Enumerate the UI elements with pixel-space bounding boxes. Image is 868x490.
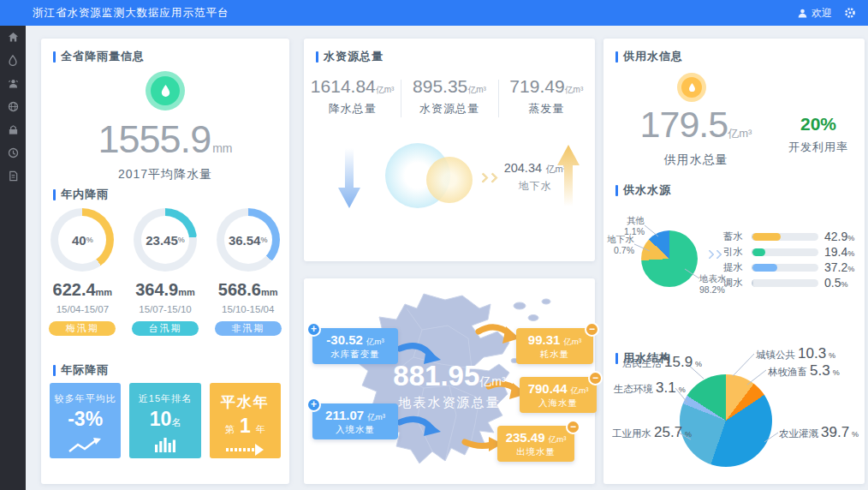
donut-percent-unit: % xyxy=(260,236,267,244)
interannual-box-unit: 年 xyxy=(256,424,265,434)
structure-pie-chart xyxy=(680,374,772,467)
sidebar-item-report[interactable] xyxy=(0,164,26,188)
resources-header-label: 水资源总量 xyxy=(324,49,383,64)
mini-bars-icon xyxy=(154,437,176,452)
section-accent-bar xyxy=(53,51,56,63)
gear-icon xyxy=(844,7,856,19)
badge-label: 耗水量 xyxy=(516,349,593,361)
sidebar-item-history[interactable] xyxy=(0,141,26,164)
donut-percent: 36.54 xyxy=(229,233,261,248)
donut-percent-unit: % xyxy=(178,236,185,244)
season-unit: mm xyxy=(261,287,278,297)
nav-sidebar xyxy=(0,26,26,490)
bar-row-diversion: 引水19.4% xyxy=(723,244,859,260)
sidebar-item-water[interactable] xyxy=(0,49,26,72)
settings-button[interactable] xyxy=(844,7,856,19)
water-drop-icon xyxy=(159,84,172,98)
stat-unit: 亿m³ xyxy=(467,85,486,94)
water-resources-card: 水资源总量 1614.84亿m³降水总量 895.35亿m³水资源总量 719.… xyxy=(304,39,595,261)
donut-percent-unit: % xyxy=(86,236,93,244)
bar-row-transfer: 调水0.5% xyxy=(723,275,859,290)
welcome-label: 欢迎 xyxy=(812,6,832,21)
sources-header: 供水水源 xyxy=(615,182,671,198)
badge-value: 235.49 xyxy=(506,430,545,445)
badge-unit: 亿m³ xyxy=(549,434,567,444)
utilization-label: 开发利用率 xyxy=(777,140,859,155)
annual-rain-header: 年内降雨 xyxy=(53,187,109,202)
season-value-row: 622.4mm15/04-15/07 364.9mm15/07-15/10 56… xyxy=(41,280,289,314)
groundwater-bubble xyxy=(426,157,473,203)
badge-label: 入境水量 xyxy=(312,424,398,436)
sidebar-item-reservoir[interactable] xyxy=(0,118,26,141)
section-accent-bar xyxy=(615,51,618,63)
stat-unit: 亿m³ xyxy=(565,85,584,94)
supply-total-label: 供用水总量 xyxy=(612,152,780,168)
supply-total-value: 179.5亿m³ xyxy=(612,104,780,146)
resources-section-header: 水资源总量 xyxy=(316,49,383,64)
interannual-box-prefix: 第 xyxy=(225,424,235,434)
avg-precip-value: 1555.9mm xyxy=(41,117,289,162)
donut-percent: 40 xyxy=(72,233,86,248)
season-tag-typhoon: 台汛期 xyxy=(132,321,199,336)
rainfall-card: 全省降雨量信息 1555.9mm 2017平均降水量 年内降雨 40% 23.4… xyxy=(41,39,289,484)
label-agriculture: 农业灌溉39.7% xyxy=(779,424,859,441)
badge-unit: 亿m³ xyxy=(571,385,589,395)
section-accent-bar xyxy=(615,185,618,196)
badge-value: 211.07 xyxy=(325,408,364,422)
interannual-box-label: 平水年 xyxy=(210,392,281,412)
water-drop-icon xyxy=(8,55,18,66)
donut-meiyu: 40% xyxy=(51,208,114,272)
rainfall-header-label: 全省降雨量信息 xyxy=(61,49,145,64)
sources-pie-chart xyxy=(641,230,698,287)
interannual-box-label: 较多年平均比 xyxy=(50,392,121,405)
section-accent-bar xyxy=(316,51,318,63)
reservoir-icon xyxy=(8,124,19,135)
report-icon xyxy=(8,170,19,182)
monitor-station-icon xyxy=(8,78,19,89)
donut-percent: 23.45 xyxy=(146,233,178,248)
label-ecology: 生态环境3.1% xyxy=(614,379,686,397)
supply-drop-badge xyxy=(677,73,706,102)
stat-evaporation: 719.49亿m³蒸发量 xyxy=(498,76,595,117)
rainfall-section-header: 全省降雨量信息 xyxy=(53,49,145,64)
precip-down-arrow-icon xyxy=(338,148,360,208)
section-accent-bar xyxy=(53,365,56,376)
season-unit: mm xyxy=(96,287,113,297)
sidebar-item-station[interactable] xyxy=(0,72,26,95)
interannual-box-value: -3% xyxy=(50,408,121,431)
label-industrial: 工业用水25.7% xyxy=(612,424,692,441)
sidebar-item-region[interactable] xyxy=(0,95,26,118)
welcome-menu[interactable]: 欢迎 xyxy=(797,6,832,21)
utilization-value: 20% xyxy=(777,114,859,134)
badge-reservoir-change: + -30.52 亿m³ 水库蓄变量 xyxy=(312,328,398,364)
section-accent-bar xyxy=(53,189,56,200)
season-range: 15/10-15/04 xyxy=(206,304,289,314)
sources-chevrons-icon xyxy=(706,251,721,258)
stat-resource-total: 895.35亿m³水资源总量 xyxy=(401,76,497,117)
dashboard: 浙江省水资源监测大数据应用示范平台 欢迎 全省降雨量信息 xyxy=(0,0,868,490)
badge-value: 99.31 xyxy=(528,332,561,347)
badge-unit: 亿m³ xyxy=(564,337,582,346)
sidebar-item-home[interactable] xyxy=(0,26,26,49)
annual-rain-label: 年内降雨 xyxy=(61,187,109,202)
plus-icon: + xyxy=(306,322,321,337)
season-tag-meiyu: 梅汛期 xyxy=(49,321,116,336)
history-icon xyxy=(8,147,19,158)
utilization-stat: 20% 开发利用率 xyxy=(777,114,859,155)
badge-value: 790.44 xyxy=(528,381,568,396)
season-tag-nonflood: 非汛期 xyxy=(215,321,282,336)
badge-value: -30.52 xyxy=(326,332,363,347)
rain-drop-badge xyxy=(146,71,185,111)
season-range: 15/04-15/07 xyxy=(41,304,124,314)
resources-stats: 1614.84亿m³降水总量 895.35亿m³水资源总量 719.49亿m³蒸… xyxy=(304,76,595,117)
season-unit: mm xyxy=(178,287,195,297)
evap-up-arrow-icon xyxy=(557,145,580,206)
season-value: 568.6 xyxy=(218,280,261,299)
plus-icon: + xyxy=(306,397,321,412)
avg-precip-label: 2017平均降水量 xyxy=(41,167,289,182)
label-forestry: 林牧渔畜5.3% xyxy=(768,362,840,379)
pie-label-surface: 地表水98.2% xyxy=(699,273,727,296)
water-drop-icon xyxy=(687,82,697,93)
badge-unit: 亿m³ xyxy=(367,412,385,421)
avg-precip-unit: mm xyxy=(212,141,232,155)
